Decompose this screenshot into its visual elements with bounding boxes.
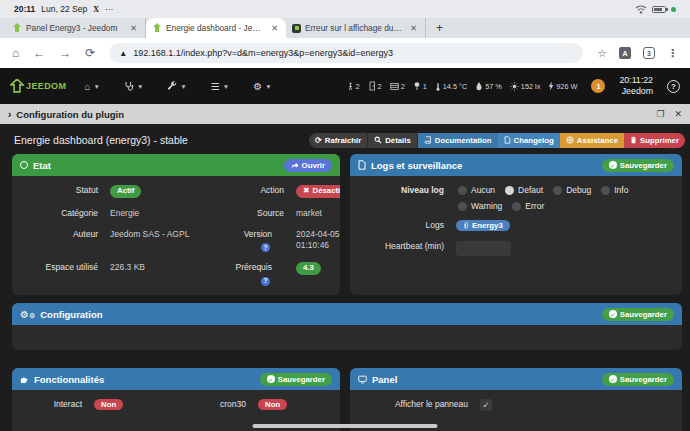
afficher-panneau-label: Afficher le panneau (360, 399, 480, 410)
puzzle-icon (20, 375, 29, 384)
help-icon[interactable]: ? (667, 80, 680, 93)
jeedom-header: JEEDOM ⌂▼ ▼ ▼ ☰▼ ⚙▼ (0, 68, 690, 104)
radio-debug[interactable]: Debug (553, 185, 591, 195)
new-tab-button[interactable]: + (426, 21, 453, 35)
menu-settings[interactable]: ⚙▼ (253, 81, 271, 92)
tab-title: Panel Energy3 - Jeedom (26, 23, 124, 33)
radio-defaut[interactable]: Defaut (505, 185, 543, 195)
jeedom-logo[interactable]: JEEDOM (10, 79, 66, 93)
life-ring-icon (566, 136, 574, 144)
stat-value: 14.5 °C (443, 82, 467, 91)
menu-tools[interactable]: ▼ (167, 81, 186, 91)
menu-health[interactable]: ▼ (124, 81, 143, 91)
wrench-icon (167, 81, 177, 91)
logs-label: Logs (360, 220, 456, 231)
delete-button[interactable]: Supprimer (624, 133, 685, 148)
categorie-label: Catégorie (22, 208, 110, 219)
refresh-icon: ⟳ (315, 136, 322, 145)
home-button[interactable]: ⌂ (12, 46, 19, 60)
source-label: Source (218, 208, 296, 219)
stat-value: 1 (423, 82, 427, 91)
documentation-button[interactable]: Documentation (418, 133, 498, 148)
details-button[interactable]: Détails (368, 133, 418, 148)
share-arrow-icon (291, 162, 299, 169)
panel-panel: Panel ✓ Sauvegarder Afficher le panneau … (350, 368, 682, 431)
close-icon[interactable]: ✕ (269, 23, 280, 33)
header-clock: 20:11:22 Jeedom (619, 75, 653, 97)
gear-icon: ⚙ (253, 81, 262, 92)
heartbeat-label: Heartbeat (min) (360, 241, 456, 252)
save-configuration-button[interactable]: ✓ Sauvegarder (602, 308, 674, 321)
refresh-button[interactable]: ⟳ Rafraichir (309, 133, 368, 148)
reload-button[interactable]: ⟳ (85, 46, 95, 60)
back-button[interactable]: ← (33, 46, 45, 60)
check-icon: ✓ (482, 400, 490, 410)
changelog-button[interactable]: Changelog (498, 133, 560, 148)
open-button[interactable]: Ouvrir (284, 159, 332, 172)
heartbeat-input[interactable] (456, 241, 511, 256)
radio-icon (505, 186, 514, 195)
assistance-button[interactable]: Assistance (560, 133, 624, 148)
close-icon[interactable]: ✕ (408, 23, 419, 33)
trash-icon (630, 136, 637, 144)
breadcrumb-title: Configuration du plugin (16, 109, 124, 120)
radio-icon (601, 186, 610, 195)
tab-erreur-affichage[interactable]: Erreur sur l affichage du da ✕ (286, 18, 426, 38)
version-help-icon[interactable]: ? (261, 243, 270, 252)
file-icon (504, 136, 511, 144)
radio-aucun[interactable]: Aucun (458, 185, 495, 195)
log-level-radios: Aucun Defaut Debug Info Warning Error (456, 185, 672, 211)
prerequis-help-icon[interactable]: ? (261, 277, 270, 286)
espace-value: 226.3 KB (110, 262, 218, 273)
action-label: Action (218, 185, 296, 196)
statut-label: Statut (22, 185, 110, 196)
restore-window-icon[interactable]: ❐ (656, 109, 664, 119)
browser-menu-icon[interactable]: ⋮ (667, 47, 678, 60)
power-bolt-icon (548, 81, 554, 91)
radio-error[interactable]: Error (512, 201, 544, 211)
stat-value: 2 (378, 82, 382, 91)
etat-panel: Etat Ouvrir Statut Actif Action ✖Désacti… (12, 154, 340, 295)
browser-toolbar: ⌂ ← → ⟳ ▲ 192.168.1.1/index.php?v=d&m=en… (0, 38, 690, 68)
jeedom-logo-icon (10, 79, 24, 93)
tab-energie-dashboard[interactable]: Energie dashboard - Jeedo ✕ (146, 18, 286, 38)
notifications-badge[interactable]: 1 (591, 79, 605, 93)
cron30-label: cron30 (182, 399, 258, 410)
radio-icon (512, 202, 521, 211)
chevron-down-icon: ▼ (180, 83, 186, 90)
forward-button[interactable]: → (59, 46, 71, 60)
menu-home[interactable]: ⌂▼ (84, 81, 99, 92)
bookmark-star-icon[interactable]: ☆ (597, 47, 607, 60)
address-bar[interactable]: ▲ 192.168.1.1/index.php?v=d&m=energy3&p=… (109, 43, 583, 63)
android-gesture-bar[interactable] (253, 424, 438, 428)
afficher-panneau-checkbox[interactable]: ✓ (480, 399, 492, 411)
translate-icon[interactable]: A (619, 47, 631, 59)
stat-value: 926 W (556, 82, 577, 91)
disable-button[interactable]: ✖Désactiver (296, 185, 340, 198)
stat-presence: 2 (347, 81, 360, 92)
statut-badge: Actif (110, 185, 141, 198)
tab-title: Erreur sur l affichage du da (305, 23, 404, 33)
chevron-right-icon: › (8, 109, 11, 120)
tab-count-button[interactable]: 3 (643, 47, 655, 59)
plugin-action-buttons: ⟳ Rafraichir Détails Documentation Chang… (309, 133, 685, 148)
tab-panel-energy3[interactable]: Panel Energy3 - Jeedom ✕ (6, 18, 146, 38)
door-icon (368, 81, 376, 91)
configuration-panel-title: Configuration (40, 309, 102, 320)
save-logs-button[interactable]: ✓ Sauvegarder (602, 159, 674, 172)
save-panel-button[interactable]: ✓ Sauvegarder (602, 373, 674, 386)
etat-panel-title: Etat (33, 160, 51, 171)
radio-info[interactable]: Info (601, 185, 628, 195)
close-icon[interactable]: ✕ (128, 23, 139, 33)
menu-summary[interactable]: ☰▼ (211, 81, 229, 92)
radio-warning[interactable]: Warning (458, 201, 502, 211)
energy3-log-button[interactable]: Energy3 (456, 220, 510, 231)
chevron-down-icon: ▼ (223, 83, 229, 90)
list-icon: ☰ (211, 81, 220, 92)
battery-icon (652, 6, 666, 13)
close-window-icon[interactable]: ✕ (674, 109, 682, 119)
check-icon: ✓ (609, 375, 617, 383)
check-icon: ✓ (267, 375, 275, 383)
save-fonctionnalites-button[interactable]: ✓ Sauvegarder (260, 373, 332, 386)
home-icon: ⌂ (84, 81, 90, 92)
